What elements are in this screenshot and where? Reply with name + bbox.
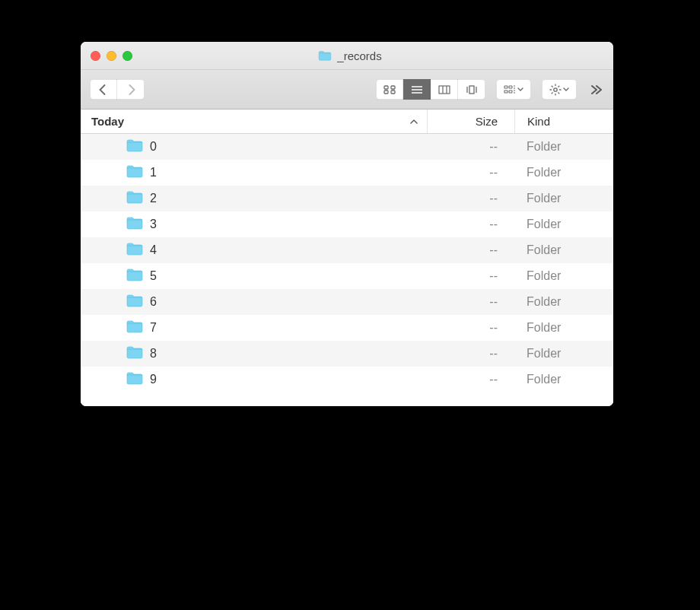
table-row[interactable]: 4--Folder (81, 237, 613, 263)
toolbar (81, 70, 613, 110)
table-row[interactable]: 0--Folder (81, 134, 613, 160)
column-header-name-label: Today (91, 115, 124, 128)
gallery-view-button[interactable] (458, 79, 485, 100)
column-header-name[interactable]: Today (81, 115, 427, 128)
row-kind-cell: Folder (514, 373, 613, 386)
row-name-label: 0 (150, 140, 157, 154)
back-button[interactable] (90, 79, 117, 100)
folder-icon (126, 216, 143, 233)
window-title: _records (132, 49, 568, 62)
row-kind-cell: Folder (514, 140, 613, 154)
svg-rect-17 (504, 91, 508, 93)
folder-icon (126, 242, 143, 259)
folder-icon (126, 164, 143, 181)
column-header-row: Today Size Kind (81, 110, 613, 134)
row-name-cell: 6 (81, 294, 427, 310)
row-kind-cell: Folder (514, 166, 613, 180)
column-header-size[interactable]: Size (427, 110, 514, 133)
folder-icon (126, 371, 143, 388)
svg-rect-2 (384, 91, 388, 94)
row-name-label: 7 (150, 321, 157, 335)
folder-icon (318, 50, 332, 61)
svg-rect-1 (391, 86, 395, 89)
zoom-button[interactable] (123, 51, 132, 61)
folder-icon (126, 138, 143, 155)
minimize-button[interactable] (107, 51, 116, 61)
file-list: 0--Folder1--Folder2--Folder3--Folder4--F… (81, 134, 613, 392)
row-size-cell: -- (427, 243, 514, 257)
forward-button[interactable] (117, 79, 145, 100)
row-size-cell: -- (427, 373, 514, 386)
row-name-cell: 8 (81, 345, 427, 362)
folder-icon (126, 268, 143, 284)
row-size-cell: -- (427, 295, 514, 309)
row-kind-cell: Folder (514, 321, 613, 335)
row-name-cell: 7 (81, 319, 427, 336)
row-name-label: 6 (150, 295, 157, 309)
row-size-cell: -- (427, 192, 514, 205)
folder-icon (126, 319, 143, 336)
row-size-cell: -- (427, 166, 514, 180)
table-row[interactable]: 3--Folder (81, 211, 613, 237)
row-name-label: 4 (150, 243, 157, 257)
row-size-cell: -- (427, 347, 514, 361)
column-view-button[interactable] (431, 79, 458, 100)
column-header-kind[interactable]: Kind (514, 110, 613, 133)
window-controls (81, 51, 132, 61)
column-header-size-label: Size (476, 115, 498, 128)
row-name-label: 9 (150, 373, 157, 386)
row-kind-cell: Folder (514, 295, 613, 309)
svg-point-21 (554, 87, 557, 91)
svg-rect-18 (509, 91, 512, 93)
table-row[interactable]: 7--Folder (81, 315, 613, 341)
row-name-label: 3 (150, 218, 157, 231)
row-name-cell: 1 (81, 164, 427, 181)
row-name-label: 5 (150, 269, 157, 283)
svg-rect-13 (504, 86, 508, 88)
table-row[interactable]: 6--Folder (81, 289, 613, 315)
svg-line-27 (558, 92, 559, 94)
row-name-cell: 3 (81, 216, 427, 233)
sort-indicator-icon (410, 117, 418, 126)
folder-icon (126, 190, 143, 207)
group-by-button[interactable] (496, 79, 531, 100)
action-button-group (542, 79, 577, 100)
folder-icon (126, 294, 143, 310)
row-name-cell: 0 (81, 138, 427, 155)
column-header-kind-label: Kind (527, 115, 550, 128)
folder-icon (126, 345, 143, 362)
row-name-label: 1 (150, 166, 157, 180)
row-kind-cell: Folder (514, 269, 613, 283)
svg-rect-7 (439, 86, 450, 94)
action-button[interactable] (542, 79, 577, 100)
table-row[interactable]: 1--Folder (81, 160, 613, 186)
row-kind-cell: Folder (514, 347, 613, 361)
nav-buttons (90, 79, 145, 100)
svg-rect-11 (469, 86, 474, 94)
row-size-cell: -- (427, 321, 514, 335)
row-name-label: 8 (150, 347, 157, 361)
window-title-text: _records (337, 49, 381, 62)
row-name-label: 2 (150, 192, 157, 205)
table-row[interactable]: 9--Folder (81, 367, 613, 392)
list-view-button[interactable] (403, 79, 431, 100)
view-mode-buttons (376, 79, 485, 100)
svg-rect-14 (509, 86, 512, 88)
svg-rect-0 (384, 86, 388, 89)
svg-line-28 (558, 85, 559, 87)
table-row[interactable]: 2--Folder (81, 186, 613, 211)
finder-window: _records (81, 42, 613, 406)
svg-line-26 (552, 85, 553, 87)
row-size-cell: -- (427, 269, 514, 283)
close-button[interactable] (91, 51, 100, 61)
row-kind-cell: Folder (514, 192, 613, 205)
table-row[interactable]: 8--Folder (81, 341, 613, 367)
row-name-cell: 4 (81, 242, 427, 259)
svg-rect-3 (391, 91, 395, 94)
table-row[interactable]: 5--Folder (81, 263, 613, 289)
icon-view-button[interactable] (376, 79, 403, 100)
toolbar-overflow-button[interactable] (587, 84, 604, 95)
titlebar[interactable]: _records (81, 42, 613, 70)
group-by-button-group (496, 79, 531, 100)
row-kind-cell: Folder (514, 218, 613, 231)
